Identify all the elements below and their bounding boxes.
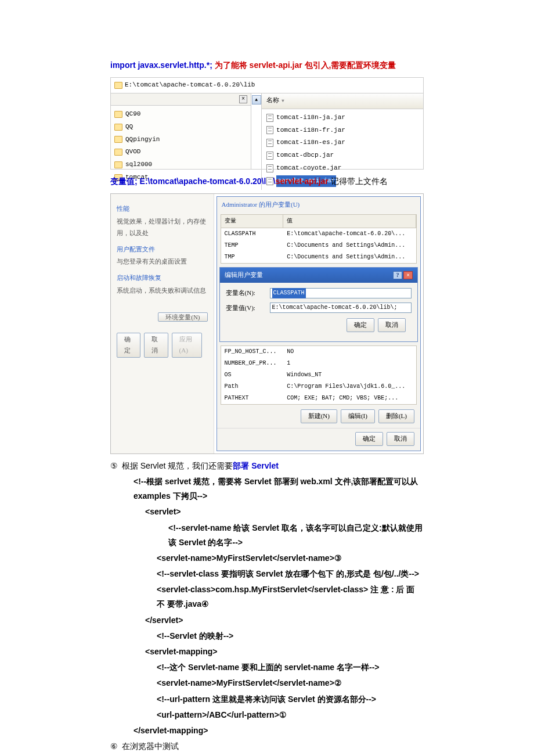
file-item[interactable]: tomcat-i18n-ja.jar <box>276 112 345 124</box>
xml-comment: <!--servlet-name 给该 Servlet 取名，该名字可以自己定义… <box>110 521 424 550</box>
cancel-button[interactable]: 取消 <box>378 318 406 332</box>
folder-icon <box>114 111 122 118</box>
address-path: E:\tomcat\apache-tomcat-6.0.20\lib <box>125 80 255 91</box>
xml-servlet-class: <servlet-class>com.hsp.MyFirstServlet</s… <box>157 585 368 594</box>
var-value: COM; EXE; BAT; CMD; VBS; VBE;... <box>283 393 416 404</box>
user-vars-table[interactable]: 变量 值 CLASSPATHE:\tomcat\apache-tomcat-6.… <box>221 214 417 264</box>
var-name[interactable]: Path <box>221 381 284 393</box>
file-icon <box>266 114 273 122</box>
xml-url-pattern: <url-pattern>/ABC</url-pattern>① <box>110 708 424 722</box>
ok-button[interactable]: 确定 <box>355 432 383 446</box>
file-item[interactable]: tomcat-coyote.jar <box>276 163 341 174</box>
var-value: C:\Documents and Settings\Admin... <box>283 251 416 263</box>
tree-item[interactable]: QC90 <box>125 109 140 120</box>
xml-servlet-name: <servlet-name>MyFirstServlet</servlet-na… <box>110 551 424 566</box>
xml-close-mapping: </servlet-mapping> <box>110 723 424 738</box>
xml-open-servlet: <servlet> <box>110 505 424 519</box>
step6-text: 在浏览器中测试 <box>122 741 179 751</box>
group-performance: 性能 <box>117 203 208 215</box>
var-value: NO <box>283 346 416 358</box>
step-marker-5: ⑤ <box>110 459 120 473</box>
step-marker-6: ⑥ <box>110 739 120 754</box>
group-startup-desc: 系统启动，系统失败和调试信息 <box>117 285 208 297</box>
var-value: 1 <box>283 358 416 369</box>
var-value-label: 变量值(V): <box>226 303 266 314</box>
xml-comment: <!--url-pattern 这里就是将来访问该 Servlet 的资源名部分… <box>110 692 424 707</box>
var-name[interactable]: TMP <box>221 251 284 263</box>
help-icon[interactable]: ? <box>393 271 402 279</box>
var-value: E:\tomcat\apache-tomcat-6.0.20\... <box>283 228 416 240</box>
explorer-figure: E:\tomcat\apache-tomcat-6.0.20\lib × QC9… <box>110 77 424 170</box>
close-icon[interactable]: × <box>239 95 247 103</box>
file-icon <box>266 152 273 160</box>
var-name[interactable]: PATHEXT <box>221 393 284 404</box>
edit-dialog-title: 编辑用户变量 <box>225 269 263 281</box>
file-icon <box>266 164 273 172</box>
tree-item[interactable]: sql2000 <box>125 159 152 171</box>
apply-button[interactable]: 应用(A) <box>172 333 202 358</box>
file-icon <box>266 126 273 134</box>
folder-icon <box>114 149 122 156</box>
xml-open-mapping: <servlet-mapping> <box>110 645 424 659</box>
var-value: C:\Documents and Settings\Admin... <box>283 240 416 251</box>
file-icon <box>266 177 273 185</box>
var-name-label: 变量名(N): <box>226 287 266 299</box>
sys-vars-table[interactable]: FP_NO_HOST_C...NO NUMBER_OF_PR...1 OSWin… <box>221 345 417 405</box>
tree-item[interactable]: QQpingyin <box>125 134 160 146</box>
var-name[interactable]: NUMBER_OF_PR... <box>221 358 284 369</box>
step5-text: 根据 Servlet 规范，我们还需要 <box>122 461 233 470</box>
folder-tree-pane: × QC90 QQ QQpingyin QVOD sql2000 tomcat <box>111 93 251 169</box>
group-userprofile: 用户配置文件 <box>117 244 208 255</box>
xml-comment: <!--这个 Servlet-name 要和上面的 servlet-name 名… <box>110 660 424 675</box>
xml-comment: <!--根据 serlvet 规范，需要将 Servlet 部署到 web.xm… <box>110 474 424 503</box>
xml-comment: <!--servlet-class 要指明该 Servlet 放在哪个包下 的,… <box>110 567 424 581</box>
folder-icon <box>114 82 122 89</box>
import-note: 为了能将 servlet-api.jar 包引入,需要配置环境变量 <box>215 60 396 70</box>
file-item[interactable]: tomcat-dbcp.jar <box>276 150 334 161</box>
folder-icon <box>114 161 122 168</box>
var-name[interactable]: CLASSPATH <box>221 228 284 240</box>
tree-item[interactable]: QVOD <box>125 146 140 158</box>
sys-props-panel: 性能 视觉效果，处理器计划，内存使用，以及处 用户配置文件 与您登录有关的桌面设… <box>111 194 214 453</box>
var-value: Windows_NT <box>283 369 416 381</box>
var-name[interactable]: OS <box>221 369 284 381</box>
xml-servlet-name2: <servlet-name>MyFirstServlet</servlet-na… <box>110 676 424 690</box>
scroll-up-icon[interactable]: ▲ <box>252 95 261 105</box>
step5-deploy: 部署 Servlet <box>233 461 279 470</box>
address-bar: E:\tomcat\apache-tomcat-6.0.20\lib <box>111 78 423 93</box>
new-button[interactable]: 新建(N) <box>301 409 337 423</box>
var-path-a: ; E:\tomcat\apache-tomcat-6.0.20\lib\ <box>135 177 276 186</box>
var-value-input[interactable]: E:\tomcat\apache-tomcat-6.0.20\lib\; <box>270 303 412 313</box>
file-item[interactable]: tomcat-i18n-fr.jar <box>276 125 345 136</box>
var-name[interactable]: TEMP <box>221 240 284 251</box>
delete-button[interactable]: 删除(L) <box>378 409 414 423</box>
var-label: 变量值 <box>110 177 135 186</box>
cancel-button[interactable]: 取消 <box>144 333 168 358</box>
group-userprofile-desc: 与您登录有关的桌面设置 <box>117 256 208 268</box>
edit-button[interactable]: 编辑(I) <box>341 409 375 423</box>
col-val: 值 <box>283 215 416 228</box>
file-item[interactable]: tomcat-i18n-es.jar <box>276 137 345 149</box>
var-name[interactable]: FP_NO_HOST_C... <box>221 346 284 358</box>
group-startup: 启动和故障恢复 <box>117 272 208 284</box>
ok-button[interactable]: 确定 <box>117 333 140 358</box>
col-var: 变量 <box>221 215 284 228</box>
ok-button[interactable]: 确定 <box>347 318 374 332</box>
sort-desc-icon: ▼ <box>282 97 284 105</box>
xml-comment: <!--Servlet 的映射--> <box>110 629 424 643</box>
file-icon <box>266 139 273 147</box>
cancel-button[interactable]: 取消 <box>387 432 414 446</box>
column-header-name[interactable]: 名称 <box>266 95 279 107</box>
tree-item[interactable]: QQ <box>125 121 133 133</box>
env-var-figure: 性能 视觉效果，处理器计划，内存使用，以及处 用户配置文件 与您登录有关的桌面设… <box>110 193 424 454</box>
import-code: import javax.servlet.http.*; <box>110 60 212 70</box>
close-icon[interactable]: × <box>403 271 413 279</box>
var-path-b: servlet-api.jar <box>276 177 329 186</box>
xml-close-servlet: </servlet> <box>110 613 424 628</box>
folder-icon <box>114 124 122 131</box>
var-value: C:\Program Files\Java\jdk1.6.0_... <box>283 381 416 393</box>
env-var-dialog: Administrator 的用户变量(U) 变量 值 CLASSPATHE:\… <box>217 196 421 451</box>
group-performance-desc: 视觉效果，处理器计划，内存使用，以及处 <box>117 216 208 239</box>
var-name-input[interactable]: CLASSPATH <box>270 288 412 298</box>
env-var-button[interactable]: 环境变量(N) <box>158 312 207 322</box>
